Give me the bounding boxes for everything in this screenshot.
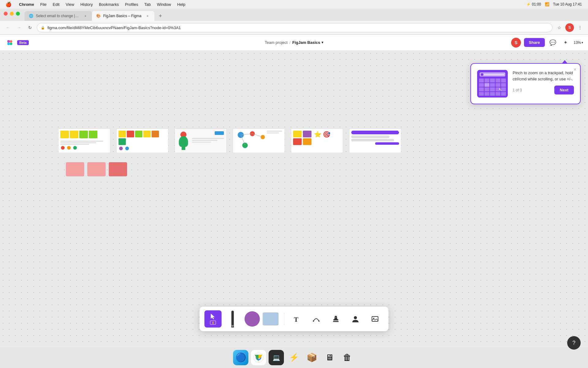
tooltip-arrow [562,60,568,64]
menu-btn[interactable]: ⋮ [576,23,584,32]
dock-chrome[interactable] [251,350,266,365]
tooltip-illustration: ↖ [477,70,508,98]
chevron-down-icon: ▾ [322,40,323,44]
dock-terminal[interactable]: 💻 [269,350,284,365]
tooltip-close-btn[interactable]: × [574,67,576,72]
tooltip-content: Pinch to zoom on a trackpad, hold ctrl/c… [513,70,574,98]
circle-shape-btn[interactable] [244,310,261,328]
cursor-tool-btn[interactable]: ✋ [205,310,222,328]
bookmark-btn[interactable]: ☆ [555,23,564,32]
tab-favicon: 🌐 [29,14,33,18]
breadcrumb-separator: / [289,40,291,45]
connector-icon [312,315,320,323]
comment-btn[interactable]: 💬 [548,38,558,48]
frame-5[interactable]: ⭐ 🎯 [291,128,343,153]
rect-shape-btn[interactable] [263,310,281,328]
tab-figma[interactable]: 🎨 FigJam Basics – Figma × [92,11,154,21]
address-bar: ← → ↻ 🔒 figma.com/file/dMl8YMeCib6uuxncv… [0,21,588,34]
wifi-icon: 📶 [545,2,549,6]
zoom-level: 13% [574,40,581,45]
view-menu[interactable]: View [62,0,77,9]
project-name[interactable]: Team project [265,40,287,45]
help-btn[interactable]: ? [567,336,581,350]
frame-1[interactable] [58,128,110,153]
edit-menu[interactable]: Edit [50,0,62,9]
lock-icon: 🔒 [41,26,45,30]
pink-rect-2 [87,162,106,176]
tooltip-text: Pinch to zoom on a trackpad, hold ctrl/c… [513,70,574,82]
tab-close-btn[interactable]: × [83,13,88,18]
share-button[interactable]: Share [524,38,545,47]
person-tool-btn[interactable] [347,310,364,328]
bookmarks-menu[interactable]: Bookmarks [96,0,122,9]
file-name[interactable]: FigJam Basics ▾ [292,40,323,45]
breadcrumb: Team project / FigJam Basics ▾ [265,40,323,45]
dock-finder[interactable]: 🔵 [233,350,248,365]
profile-btn[interactable]: S [565,23,574,32]
ai-btn[interactable]: ✦ [561,38,571,48]
minimize-window-btn[interactable] [10,12,14,16]
svg-point-11 [318,320,320,322]
tab-close-btn[interactable]: × [145,13,150,18]
window-menu[interactable]: Window [154,0,174,9]
svg-point-3 [10,43,12,45]
clock: Tue 10 Aug 17:41 [553,2,582,6]
tooltip-footer: 1 of 3 Next [513,86,574,94]
dock: 🔵 💻 ⚡ 📦 🖥 🗑 [0,347,588,368]
svg-line-6 [241,135,245,145]
user-avatar[interactable]: S [511,38,521,48]
svg-rect-4 [7,40,10,43]
canvas-area[interactable]: ⭐ 🎯 [0,50,588,368]
tooltip-next-btn[interactable]: Next [554,86,574,94]
tab-django[interactable]: 🌐 Select email to change | Djang × [24,11,92,21]
refresh-btn[interactable]: ↻ [26,23,34,32]
bottom-toolbar: ✋ T [200,307,389,331]
frame-4[interactable] [233,128,285,153]
frame-2[interactable] [116,128,168,153]
text-tool-btn[interactable]: T [288,310,305,328]
tab-menu[interactable]: Tab [141,0,154,9]
profiles-menu[interactable]: Profiles [122,0,141,9]
new-tab-btn[interactable]: + [156,12,165,20]
connector-tool-btn[interactable] [308,310,325,328]
chrome-menu[interactable]: Chrome [16,0,37,9]
battery-icon: ⚡ 01:00 [526,2,541,6]
figma-toolbar: Beta Team project / FigJam Basics ▾ S Sh… [0,35,588,51]
dock-vpn[interactable]: 🖥 [322,350,337,365]
pencil-tool-btn[interactable] [224,310,241,328]
tab-label: FigJam Basics – Figma [103,14,141,18]
svg-point-16 [354,316,357,319]
dock-files[interactable]: 📦 [304,350,319,365]
browser-chrome: 🌐 Select email to change | Djang × 🎨 Fig… [0,9,588,35]
figma-logo-btn[interactable] [5,38,15,48]
apple-menu[interactable]: 🍎 [2,0,16,9]
traffic-lights [4,12,20,16]
svg-marker-8 [211,314,215,319]
history-menu[interactable]: History [77,0,96,9]
zoom-display[interactable]: 13% ▾ [574,40,583,45]
stamp-tool-btn[interactable] [327,310,345,328]
url-text: figma.com/file/dMl8YMeCib6uuxncvPNaen/Fi… [47,25,548,30]
image-tool-btn[interactable] [367,310,384,328]
pink-rect-3 [109,162,127,176]
image-icon [371,315,379,323]
dock-figma[interactable]: ⚡ [286,350,302,365]
svg-rect-17 [372,316,378,321]
svg-point-10 [313,320,314,322]
file-menu[interactable]: File [37,0,50,9]
close-window-btn[interactable] [4,12,8,16]
back-btn[interactable]: ← [4,23,12,32]
figma-icon [6,39,13,46]
forward-btn[interactable]: → [15,23,23,32]
tooltip-popup: ↖ Pinch to zoom on a trackpad, hold ctrl… [470,63,581,104]
pink-rect-1 [66,162,84,176]
frame-6[interactable] [349,128,401,153]
frame-3[interactable] [175,128,227,153]
beta-badge: Beta [17,40,29,45]
maximize-window-btn[interactable] [16,12,20,16]
svg-rect-15 [335,317,337,318]
dock-trash[interactable]: 🗑 [340,350,355,365]
help-menu[interactable]: Help [174,0,189,9]
url-bar[interactable]: 🔒 figma.com/file/dMl8YMeCib6uuxncvPNaen/… [37,23,552,32]
macos-menubar: 🍎 Chrome File Edit View History Bookmark… [0,0,588,9]
